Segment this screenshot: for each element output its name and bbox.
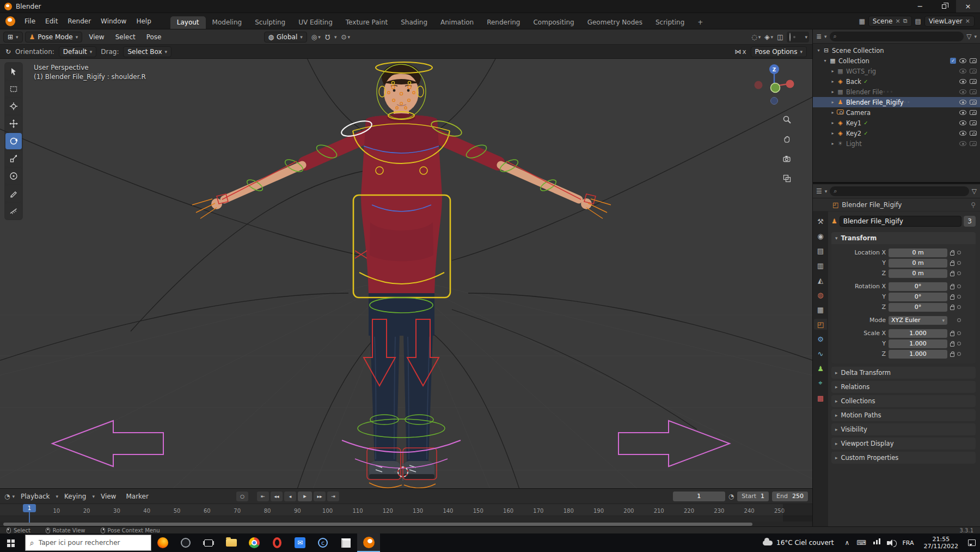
animate-dot-icon[interactable]	[957, 305, 961, 309]
show-overlays-dropdown[interactable]: ◈▾	[764, 33, 773, 41]
timeline-ruler[interactable]: 1020304050607080901001101201301401501601…	[0, 504, 812, 516]
axis-y-ball[interactable]	[771, 83, 780, 93]
shading-rendered-button[interactable]	[801, 36, 803, 38]
animate-dot-icon[interactable]	[957, 284, 961, 288]
restore-button[interactable]	[932, 0, 956, 13]
shading-solid-button[interactable]	[793, 36, 795, 38]
render-visibility-icon[interactable]	[970, 141, 977, 146]
menu-render[interactable]: Render	[63, 13, 96, 29]
collection-checkbox[interactable]: ✓	[950, 58, 956, 64]
menu-window[interactable]: Window	[96, 13, 131, 29]
viewlayer-remove-icon[interactable]: ×	[965, 17, 970, 25]
chrome-taskbar-button[interactable]	[243, 533, 266, 552]
editor-type-button[interactable]: ⊞▾	[3, 32, 23, 43]
menu-view[interactable]: View	[84, 33, 108, 41]
viewlayer-selector[interactable]: ViewLayer ×	[924, 16, 975, 27]
file-explorer-button[interactable]	[220, 533, 243, 552]
location-x-field[interactable]: 0 m	[889, 248, 947, 257]
next-keyframe-button[interactable]: ▸▸	[314, 492, 326, 501]
rotate-tool-button[interactable]	[5, 133, 22, 149]
lock-icon[interactable]	[950, 252, 954, 256]
expander-icon[interactable]: ▸	[829, 69, 836, 74]
scale-tool-button[interactable]	[5, 150, 22, 167]
animate-dot-icon[interactable]	[957, 271, 961, 275]
outliner-row-scene-collection[interactable]: ▾⊟Scene Collection	[813, 45, 980, 56]
render-visibility-icon[interactable]	[970, 100, 977, 105]
render-visibility-icon[interactable]	[970, 120, 977, 125]
expander-icon[interactable]: ▸	[829, 79, 836, 84]
volume-icon[interactable]	[887, 541, 890, 545]
3d-viewport[interactable]: User Perspective (1) Blender File_Rigify…	[0, 59, 812, 488]
camera-view-button[interactable]	[780, 151, 794, 166]
lock-icon[interactable]	[950, 353, 954, 357]
tab-compositing[interactable]: Compositing	[526, 16, 580, 29]
drag-dropdown[interactable]: Select Box▾	[123, 46, 171, 57]
xray-toggle[interactable]: ◫	[777, 33, 783, 41]
add-workspace-button[interactable]: +	[691, 16, 709, 29]
taskbar-search[interactable]: ⌕	[25, 535, 151, 551]
start-button[interactable]	[0, 533, 25, 552]
lock-icon[interactable]	[950, 306, 954, 310]
render-visibility-icon[interactable]	[970, 69, 977, 74]
scene-browse-icon[interactable]: ▦	[859, 17, 865, 25]
outliner-filter-icon[interactable]: ▽	[966, 33, 971, 40]
previous-keyframe-button[interactable]: ◂◂	[271, 492, 283, 501]
tab-constraints[interactable]: ⌖	[814, 378, 827, 389]
scene-copy-icon[interactable]: ⧉	[903, 17, 908, 25]
orientation-dropdown[interactable]: Default▾	[59, 46, 96, 57]
pivot-point-dropdown[interactable]: ◎▾	[311, 33, 321, 41]
expander-icon[interactable]: ▸	[829, 131, 836, 136]
hide-eye-icon[interactable]	[959, 131, 966, 136]
tab-layout[interactable]: Layout	[170, 16, 206, 29]
transform-tool-button[interactable]	[5, 168, 22, 184]
expander-icon[interactable]: ▸	[829, 89, 836, 94]
scale-y-field[interactable]: 1.000	[889, 339, 947, 348]
use-preview-range-icon[interactable]: ◔	[728, 493, 734, 500]
shading-wireframe-button[interactable]	[788, 32, 792, 42]
lock-icon[interactable]	[950, 343, 954, 347]
tab-world[interactable]: ◍	[814, 289, 827, 300]
scale-z-field[interactable]: 1.000	[889, 350, 947, 359]
action-center-button[interactable]	[964, 533, 980, 552]
rotation-y-field[interactable]: 0°	[889, 293, 947, 301]
firefox-taskbar-button[interactable]	[151, 533, 174, 552]
cursor-tool-button[interactable]	[5, 98, 22, 114]
menu-file[interactable]: File	[20, 13, 40, 29]
transform-panel-header[interactable]: ▾Transform	[831, 232, 976, 244]
scene-selector[interactable]: Scene × ⧉	[868, 16, 912, 27]
menu-pose[interactable]: Pose	[142, 33, 166, 41]
outliner-row-light[interactable]: ▸☀Light	[813, 138, 980, 149]
hidden-icons-button[interactable]: ∧	[844, 539, 849, 547]
blender-taskbar-button[interactable]	[357, 533, 380, 552]
frame-end-field[interactable]: End250	[772, 492, 808, 501]
lock-icon[interactable]	[950, 296, 954, 300]
weather-widget[interactable]: 16°C Ciel couvert	[757, 539, 839, 547]
axis-minus-z-ball[interactable]	[771, 98, 778, 105]
menu-keying[interactable]: Keying	[60, 493, 90, 500]
outliner-row-collection[interactable]: ▾▦Collection ✓	[813, 56, 980, 66]
animate-dot-icon[interactable]	[957, 352, 961, 356]
touch-keyboard-icon[interactable]: ⌨	[856, 539, 866, 547]
pose-options-dropdown[interactable]: Pose Options▾	[751, 46, 807, 57]
properties-filter-icon[interactable]: ▽	[972, 187, 977, 195]
lock-icon[interactable]	[950, 262, 954, 266]
play-reverse-button[interactable]: ◂	[284, 492, 296, 501]
tab-rendering[interactable]: Rendering	[480, 16, 526, 29]
jump-to-end-button[interactable]: ⇥	[327, 492, 339, 501]
tab-physics[interactable]: ∿	[814, 348, 827, 359]
outliner-row-blender-file-rigify[interactable]: ▸♟Blender File_Rigify◦◦	[813, 97, 980, 107]
cortana-taskbar-button[interactable]	[174, 533, 197, 552]
viewlayer-browse-icon[interactable]: ▤	[915, 17, 921, 25]
proportional-edit-toggle[interactable]: ⊙▾	[341, 33, 351, 41]
lock-icon[interactable]	[950, 286, 954, 289]
outliner-row-key1[interactable]: ▸◈Key1✓	[813, 118, 980, 128]
tab-geometry-nodes[interactable]: Geometry Nodes	[581, 16, 649, 29]
menu-select[interactable]: Select	[111, 33, 140, 41]
outliner-row-blender-file[interactable]: ▸▦Blender File◦◦◦	[813, 87, 980, 97]
auto-keying-toggle[interactable]: ○	[236, 492, 248, 501]
tweak-tool-button[interactable]	[5, 63, 22, 80]
jump-to-start-button[interactable]: ⇤	[257, 492, 269, 501]
menu-marker[interactable]: Marker	[122, 493, 152, 500]
blender-menu-icon[interactable]	[5, 16, 15, 26]
task-view-button[interactable]	[197, 533, 220, 552]
